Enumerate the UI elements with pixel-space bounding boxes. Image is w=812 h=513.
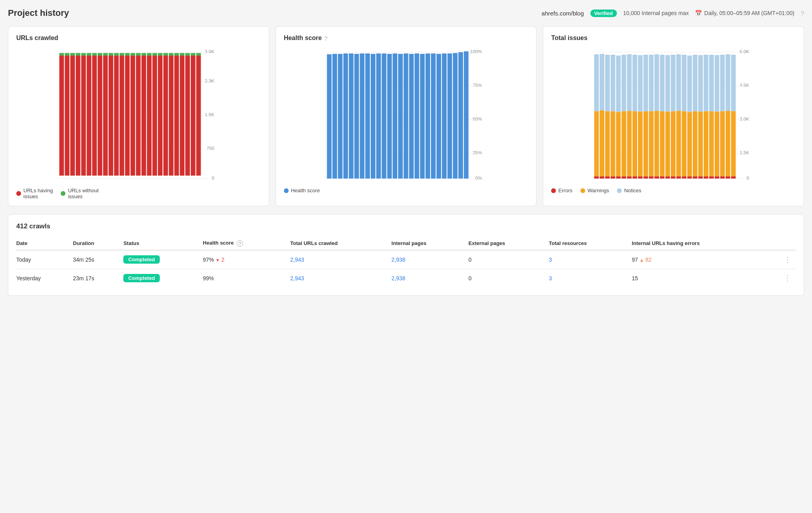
svg-rect-182 — [704, 55, 709, 111]
svg-rect-85 — [365, 54, 370, 179]
svg-rect-13 — [65, 53, 69, 56]
svg-rect-21 — [87, 53, 92, 56]
svg-text:4 Mar: 4 Mar — [728, 182, 739, 183]
row-internal-pages: 2,938 — [391, 269, 468, 287]
svg-rect-94 — [414, 54, 419, 179]
row-health-score: 97% ▼ 2 — [203, 250, 290, 269]
errors-delta: 82 — [645, 256, 652, 263]
svg-rect-79 — [332, 54, 337, 179]
svg-rect-89 — [387, 54, 392, 179]
svg-text:10 Feb: 10 Feb — [590, 182, 603, 183]
col-external-pages: External pages — [469, 237, 549, 250]
svg-rect-133 — [616, 112, 621, 177]
svg-rect-34 — [125, 56, 130, 176]
svg-text:1.5K: 1.5K — [205, 112, 214, 117]
total-resources-link[interactable]: 3 — [549, 256, 552, 263]
svg-rect-36 — [130, 56, 135, 176]
svg-text:10 Feb: 10 Feb — [322, 182, 335, 183]
svg-rect-131 — [611, 55, 615, 111]
svg-rect-137 — [622, 55, 626, 111]
svg-rect-180 — [704, 176, 709, 178]
svg-rect-22 — [92, 56, 97, 176]
svg-rect-124 — [600, 110, 605, 176]
internal-pages-link[interactable]: 2,938 — [391, 256, 405, 263]
svg-rect-192 — [726, 176, 730, 178]
svg-rect-195 — [731, 176, 736, 178]
svg-rect-42 — [147, 56, 152, 176]
svg-rect-178 — [698, 111, 703, 176]
svg-rect-197 — [731, 55, 736, 111]
col-status: Status — [123, 237, 203, 250]
row-more-button[interactable]: ⋮ — [773, 269, 796, 287]
row-duration: 34m 25s — [73, 250, 123, 269]
col-date: Date — [16, 237, 73, 250]
svg-rect-93 — [409, 54, 414, 179]
urls-no-issues-label: URLs withoutissues — [68, 188, 98, 199]
svg-text:50%: 50% — [473, 116, 482, 121]
svg-text:4 Mar: 4 Mar — [460, 182, 471, 183]
internal-pages-link[interactable]: 2,938 — [391, 275, 405, 281]
svg-rect-86 — [371, 54, 375, 179]
total-urls-link[interactable]: 2,943 — [290, 256, 304, 263]
verified-badge: Verified — [590, 10, 617, 17]
schedule-help-icon[interactable]: ? — [801, 10, 804, 17]
svg-rect-149 — [643, 55, 648, 111]
svg-rect-141 — [633, 176, 638, 178]
errors-up-icon: ▲ — [640, 258, 644, 262]
svg-text:25 Feb: 25 Feb — [137, 182, 150, 183]
status-badge: Completed — [123, 274, 159, 282]
urls-crawled-legend: URLs havingissues URLs withoutissues — [16, 188, 261, 199]
health-score-dot — [284, 188, 289, 193]
svg-rect-138 — [627, 176, 632, 178]
svg-rect-193 — [726, 111, 730, 176]
svg-rect-196 — [731, 111, 736, 176]
svg-rect-122 — [594, 54, 599, 111]
total-resources-link[interactable]: 3 — [549, 275, 552, 281]
urls-crawled-svg: 3.0K 2.3K 1.5K 750 0 — [16, 48, 261, 183]
svg-rect-80 — [338, 54, 343, 179]
svg-rect-174 — [693, 176, 698, 178]
svg-rect-183 — [709, 176, 714, 178]
health-score-svg: 100% 75% 50% 25% 0% — [284, 48, 529, 183]
svg-rect-82 — [349, 54, 353, 179]
svg-rect-185 — [709, 55, 714, 111]
svg-rect-144 — [638, 176, 643, 178]
warnings-label: Warnings — [588, 188, 609, 193]
svg-rect-101 — [453, 53, 458, 179]
svg-rect-154 — [655, 111, 659, 176]
svg-rect-181 — [704, 111, 709, 176]
svg-rect-120 — [594, 176, 599, 178]
svg-rect-12 — [65, 56, 69, 176]
svg-rect-164 — [671, 55, 676, 111]
svg-rect-92 — [404, 54, 408, 179]
svg-rect-83 — [354, 54, 359, 179]
svg-rect-40 — [142, 56, 146, 176]
svg-text:75%: 75% — [473, 82, 482, 88]
svg-rect-147 — [643, 176, 648, 178]
svg-text:15 Feb: 15 Feb — [350, 182, 363, 183]
svg-rect-11 — [59, 53, 64, 56]
row-more-button[interactable]: ⋮ — [773, 250, 796, 269]
svg-rect-146 — [638, 55, 643, 111]
total-issues-card: Total issues 6.0K 4.5K 3.0K 1.5K 0 — [543, 26, 804, 206]
total-issues-chart: 6.0K 4.5K 3.0K 1.5K 0 — [551, 48, 796, 183]
svg-rect-177 — [698, 176, 703, 178]
svg-rect-48 — [163, 56, 168, 176]
svg-rect-103 — [464, 52, 469, 179]
row-internal-pages: 2,938 — [391, 250, 468, 269]
svg-rect-91 — [398, 54, 403, 179]
svg-rect-130 — [611, 111, 615, 176]
svg-rect-33 — [120, 53, 124, 56]
svg-rect-125 — [600, 54, 605, 110]
svg-rect-150 — [649, 176, 654, 178]
crawls-count: 412 crawls — [16, 222, 796, 230]
svg-rect-17 — [76, 53, 80, 56]
health-score-help-icon[interactable]: ? — [324, 35, 327, 42]
svg-rect-167 — [676, 54, 681, 111]
total-urls-link[interactable]: 2,943 — [290, 275, 304, 281]
svg-rect-45 — [152, 53, 157, 56]
svg-rect-88 — [381, 54, 386, 179]
svg-text:0%: 0% — [475, 175, 482, 180]
health-score-table-help[interactable]: ? — [237, 240, 243, 247]
svg-rect-100 — [447, 54, 452, 179]
